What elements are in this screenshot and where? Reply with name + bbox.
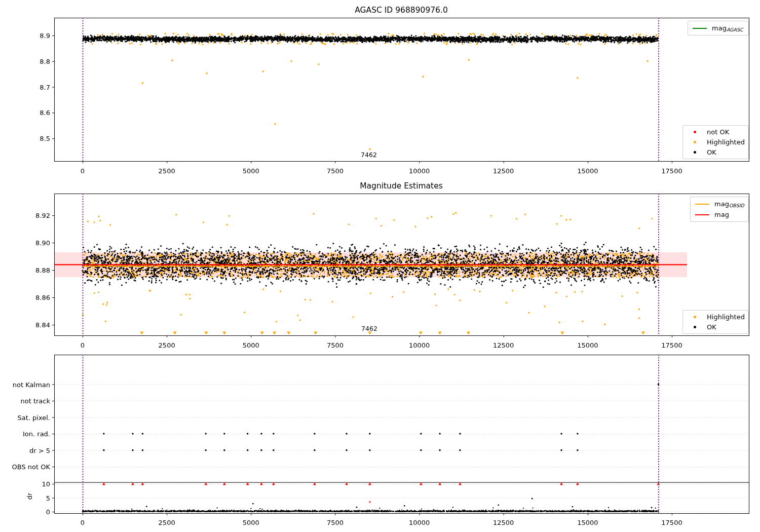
legend-chart1-markers: not OK Highlighted OK [682,125,749,159]
y-tick-label: 8.86 [35,294,50,301]
category-label: not track [20,397,50,405]
y-tick-label: 8.5 [40,135,50,142]
x-tick-label: 0 [81,519,85,526]
legend-label: OK [707,148,716,156]
highlighted-marker-swatch [687,316,702,318]
y-tick-label: 8.8 [40,57,50,65]
category-label: Sat. pixel. [18,413,50,421]
legend-label: magOBSID [714,200,744,208]
not-ok-marker-swatch [687,131,702,133]
x-tick-label: 0 [81,341,85,349]
plot-canvas [0,0,760,532]
category-label: OBS not OK [12,463,51,471]
x-tick-label: 10000 [409,519,430,526]
legend-row: Highlighted [687,312,744,322]
x-tick-label: 12500 [493,167,514,175]
y-tick-label: 8.88 [35,267,50,274]
chart2-title: Magnitude Estimates [360,181,443,191]
legend-label: not OK [707,128,729,136]
x-tick-label: 12500 [493,341,514,349]
mag-obsid-line-swatch [695,204,710,205]
dr-tick-label: 5 [46,494,50,502]
legend-row: OK [687,322,744,332]
x-tick-label: 12500 [493,519,514,526]
chart1-title: AGASC ID 968890976.0 [355,6,448,15]
x-tick-label: 2500 [159,341,175,349]
legend-row: magAGASC [692,23,744,33]
x-tick-label: 2500 [159,167,175,175]
category-label: Ion. rad. [23,430,50,438]
x-tick-label: 5000 [243,519,259,526]
legend-chart2-markers: Highlighted OK [682,310,749,334]
ok-marker-swatch [687,326,702,328]
y-tick-label: 8.9 [40,32,50,40]
legend-row: not OK [687,127,744,137]
x-tick-label: 17500 [661,167,682,175]
x-tick-label: 10000 [409,341,430,349]
annotation-obsid-chart2: 7462 [361,325,377,332]
x-tick-label: 17500 [661,519,682,526]
legend-mag-agasc: magAGASC [688,21,749,35]
legend-row: OK [687,147,744,157]
y-tick-label: 8.92 [35,212,50,219]
x-tick-label: 5000 [243,167,259,175]
highlighted-marker-swatch [687,141,702,143]
x-tick-label: 2500 [159,519,175,526]
x-tick-label: 7500 [327,341,344,349]
ok-marker-swatch [687,151,702,154]
dr-axis-label: dr [26,493,33,500]
x-tick-label: 17500 [661,341,682,349]
legend-row: mag [695,209,744,220]
x-tick-label: 10000 [409,167,430,175]
y-tick-label: 8.84 [35,321,50,329]
legend-label: Highlighted [707,138,745,146]
mag-line-swatch [695,214,710,215]
legend-mag-lines: magOBSID mag [690,197,749,222]
legend-label: magAGASC [712,24,743,32]
x-tick-label: 15000 [577,341,598,349]
dr-tick-label: 0 [46,508,50,516]
figure: AGASC ID 968890976.0 Magnitude Estimates… [0,0,760,532]
y-tick-label: 8.90 [35,239,50,247]
y-tick-label: 8.7 [40,83,50,91]
x-tick-label: 7500 [327,167,344,175]
legend-label: mag [714,211,729,219]
x-tick-label: 15000 [577,167,598,175]
y-tick-label: 8.6 [40,109,50,117]
legend-row: magOBSID [695,199,744,209]
x-tick-label: 5000 [243,341,259,349]
category-label: not Kalman [13,381,50,388]
annotation-obsid-chart1: 7462 [361,151,377,159]
mag-agasc-line-swatch [692,28,707,29]
dr-tick-label: 10 [42,480,50,488]
category-label: dr > 5 [29,446,50,454]
x-tick-label: 7500 [327,519,344,526]
x-tick-label: 15000 [577,519,598,526]
legend-label: Highlighted [707,313,745,321]
x-tick-label: 0 [81,167,85,175]
legend-row: Highlighted [687,137,744,147]
legend-label: OK [707,323,716,331]
